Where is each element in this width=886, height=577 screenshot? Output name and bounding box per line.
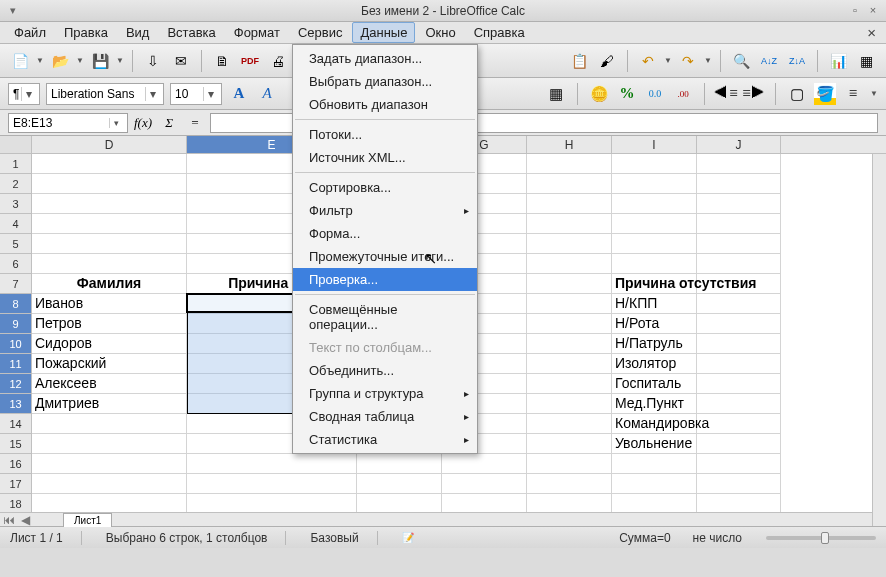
menu-item[interactable]: Объединить... — [293, 359, 477, 382]
cell[interactable] — [697, 394, 781, 414]
menu-item[interactable]: Выбрать диапазон... — [293, 70, 477, 93]
cell[interactable] — [527, 454, 612, 474]
inc-indent-button[interactable]: ≡⯈ — [743, 83, 765, 105]
cell[interactable] — [357, 474, 442, 494]
column-header-D[interactable]: D — [32, 136, 187, 153]
cell[interactable] — [697, 174, 781, 194]
sheet-nav-prev[interactable]: ◀ — [18, 513, 33, 527]
zoom-slider[interactable] — [766, 536, 876, 540]
row-header[interactable]: 14 — [0, 414, 32, 434]
dec-indent-button[interactable]: ⯇≡ — [715, 83, 737, 105]
row-header[interactable]: 7 — [0, 274, 32, 294]
currency-button[interactable]: 🪙 — [588, 83, 610, 105]
cell[interactable] — [527, 374, 612, 394]
export-button[interactable]: ⇩ — [141, 49, 165, 73]
cell[interactable] — [32, 474, 187, 494]
open-button[interactable]: 📂 — [48, 49, 72, 73]
conditional-button[interactable]: ≡ — [842, 83, 864, 105]
row-header[interactable]: 4 — [0, 214, 32, 234]
cell[interactable] — [697, 454, 781, 474]
status-sum[interactable]: Сумма=0 — [619, 531, 670, 545]
bgcolor-button[interactable]: 🪣 — [814, 83, 836, 105]
cell[interactable] — [527, 494, 612, 514]
cell[interactable] — [612, 154, 697, 174]
autofilter-button[interactable]: ▦ — [854, 49, 878, 73]
horizontal-scrollbar[interactable]: ⏮ ◀ Лист1 — [0, 512, 872, 526]
function-wizard-button[interactable]: f(x) — [132, 113, 154, 133]
cell[interactable] — [697, 414, 781, 434]
menu-item[interactable]: Проверка... — [293, 268, 477, 291]
menu-window[interactable]: Окно — [417, 22, 463, 43]
row-header[interactable]: 9 — [0, 314, 32, 334]
cell[interactable] — [697, 494, 781, 514]
cell[interactable] — [32, 414, 187, 434]
cell[interactable] — [527, 234, 612, 254]
number-button[interactable]: 0.0 — [644, 83, 666, 105]
menu-tools[interactable]: Сервис — [290, 22, 351, 43]
menu-item[interactable]: Статистика — [293, 428, 477, 451]
column-header-H[interactable]: H — [527, 136, 612, 153]
cell[interactable] — [527, 354, 612, 374]
row-header[interactable]: 1 — [0, 154, 32, 174]
cell[interactable]: Петров — [32, 314, 187, 334]
cell[interactable] — [527, 334, 612, 354]
name-box[interactable]: E8:E13▾ — [8, 113, 128, 133]
sheet-nav-first[interactable]: ⏮ — [0, 513, 18, 527]
cell[interactable] — [697, 294, 781, 314]
cell[interactable] — [697, 474, 781, 494]
cell[interactable]: Пожарский — [32, 354, 187, 374]
menu-item[interactable]: Фильтр — [293, 199, 477, 222]
cell[interactable] — [527, 254, 612, 274]
merge-cells-button[interactable]: ▦ — [545, 83, 567, 105]
cell[interactable]: Н/Патруль — [612, 334, 697, 354]
cell[interactable] — [32, 214, 187, 234]
window-minimize-button[interactable]: ▾ — [6, 4, 20, 18]
cell[interactable] — [697, 194, 781, 214]
cell[interactable] — [32, 494, 187, 514]
menu-item[interactable]: Совмещённые операции... — [293, 298, 477, 336]
cell[interactable] — [187, 474, 357, 494]
cell[interactable]: Мед.Пункт — [612, 394, 697, 414]
cell[interactable] — [612, 494, 697, 514]
row-header[interactable]: 16 — [0, 454, 32, 474]
row-header[interactable]: 10 — [0, 334, 32, 354]
cell[interactable] — [697, 374, 781, 394]
cell[interactable] — [697, 214, 781, 234]
menu-item[interactable]: Сортировка... — [293, 176, 477, 199]
cell[interactable] — [357, 494, 442, 514]
cell[interactable] — [527, 274, 612, 294]
menu-data[interactable]: Данные — [352, 22, 415, 43]
sum-button[interactable]: Σ — [158, 113, 180, 133]
window-close-button[interactable]: × — [866, 4, 880, 18]
status-style[interactable]: Базовый — [310, 531, 377, 545]
cell[interactable] — [527, 414, 612, 434]
cell[interactable] — [612, 454, 697, 474]
column-header-I[interactable]: I — [612, 136, 697, 153]
cell[interactable]: Иванов — [32, 294, 187, 314]
cell[interactable]: Алексеев — [32, 374, 187, 394]
cell[interactable]: Причина отсутствия — [612, 274, 697, 294]
menu-item[interactable]: Группа и структура — [293, 382, 477, 405]
font-name-combo[interactable]: Liberation Sans▾ — [46, 83, 164, 105]
font-size-combo[interactable]: 10▾ — [170, 83, 222, 105]
find-button[interactable]: 🔍 — [729, 49, 753, 73]
cell[interactable] — [442, 454, 527, 474]
cell[interactable]: Н/КПП — [612, 294, 697, 314]
email-button[interactable]: ✉ — [169, 49, 193, 73]
cell[interactable] — [527, 194, 612, 214]
cell[interactable] — [32, 194, 187, 214]
cell[interactable] — [697, 154, 781, 174]
cell[interactable]: Командировка — [612, 414, 697, 434]
cell[interactable]: Изолятор — [612, 354, 697, 374]
row-header[interactable]: 12 — [0, 374, 32, 394]
bold-button[interactable]: A — [228, 83, 250, 105]
cell[interactable]: Н/Рота — [612, 314, 697, 334]
cell[interactable] — [527, 174, 612, 194]
cell[interactable] — [32, 454, 187, 474]
cell[interactable] — [527, 214, 612, 234]
cell[interactable] — [612, 474, 697, 494]
menu-item[interactable]: Источник XML... — [293, 146, 477, 169]
menu-format[interactable]: Формат — [226, 22, 288, 43]
cell[interactable] — [527, 474, 612, 494]
cell[interactable] — [32, 174, 187, 194]
